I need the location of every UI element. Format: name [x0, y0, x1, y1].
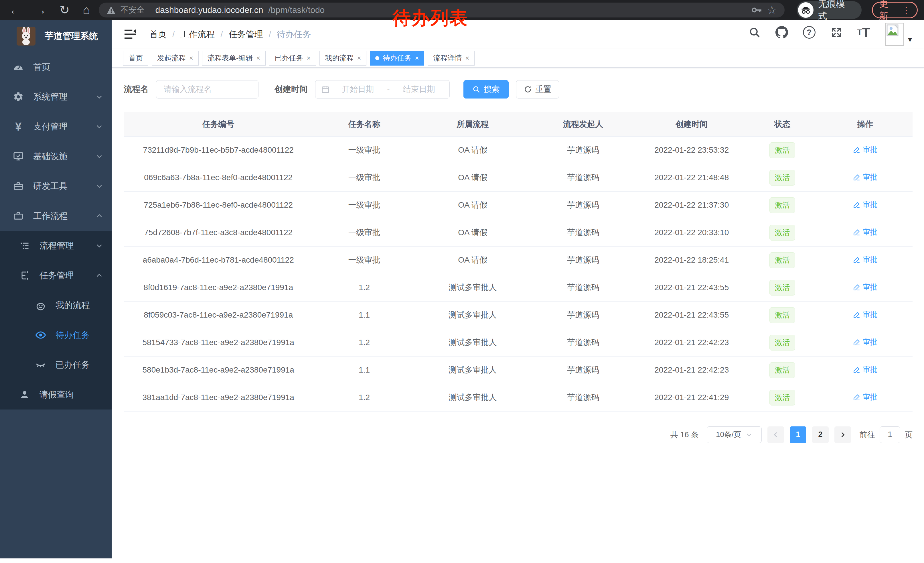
bookmark-star-icon[interactable]: ☆: [767, 4, 777, 17]
github-icon[interactable]: [776, 23, 788, 42]
approve-link[interactable]: 审批: [853, 309, 878, 320]
cell-status: 激活: [747, 274, 818, 301]
caret-down-icon[interactable]: ▾: [908, 35, 912, 46]
avatar-broken-image: [885, 23, 904, 46]
browser-update-button[interactable]: 更新 ⋮: [872, 2, 918, 18]
approve-link[interactable]: 审批: [853, 337, 878, 347]
sidebar-item-label: 我的流程: [56, 300, 90, 311]
fullscreen-icon[interactable]: [830, 23, 842, 42]
password-key-icon[interactable]: [752, 7, 762, 13]
approve-link[interactable]: 审批: [853, 365, 878, 375]
browser-menu-icon[interactable]: ⋮: [902, 5, 910, 15]
logo-rabbit-image: [16, 27, 36, 45]
security-label[interactable]: 不安全: [120, 5, 144, 15]
tab-my-process[interactable]: 我的流程×: [320, 51, 366, 66]
cell-task-name: 1.2: [313, 274, 416, 301]
page-1-button[interactable]: 1: [790, 426, 806, 443]
close-icon[interactable]: ×: [415, 54, 419, 62]
start-date-input[interactable]: [330, 85, 386, 94]
tab-done-tasks[interactable]: 已办任务×: [269, 51, 316, 66]
chevron-down-icon: [96, 182, 103, 190]
sidebar-item-home[interactable]: 首页: [0, 52, 112, 82]
close-icon[interactable]: ×: [357, 54, 361, 62]
sidebar-item-infra[interactable]: 基础设施: [0, 141, 112, 171]
cell-task-name: 一级审批: [313, 246, 416, 274]
end-date-input[interactable]: [391, 85, 447, 94]
close-icon[interactable]: ×: [256, 54, 260, 62]
url-path: /bpm/task/todo: [268, 5, 325, 15]
sidebar-item-done-tasks[interactable]: 已办任务: [0, 350, 112, 380]
user-avatar[interactable]: ▾: [885, 23, 912, 46]
app-logo[interactable]: 芋道管理系统: [0, 20, 112, 52]
cell-task-name: 一级审批: [313, 191, 416, 219]
search-icon[interactable]: [748, 23, 760, 42]
sidebar-item-todo-tasks[interactable]: 待办任务: [0, 320, 112, 350]
sidebar-item-task-mgmt[interactable]: 任务管理: [0, 261, 112, 290]
breadcrumb-task-mgmt[interactable]: 任务管理: [229, 29, 263, 41]
cell-starter: 芋道源码: [530, 329, 636, 356]
cell-create-time: 2022-01-21 22:43:55: [636, 274, 747, 301]
cell-task-id: 8f059c03-7ac8-11ec-a9e2-a2380e71991a: [124, 301, 313, 329]
close-icon[interactable]: ×: [465, 54, 469, 62]
sidebar-item-devtools[interactable]: 研发工具: [0, 171, 112, 201]
cell-actions: 审批: [818, 301, 912, 329]
forward-icon[interactable]: →: [34, 4, 46, 16]
tab-process-detail[interactable]: 流程详情×: [428, 51, 475, 66]
approve-link[interactable]: 审批: [853, 255, 878, 264]
cell-task-id: a6aba0a4-7b6d-11ec-b781-acde48001122: [124, 246, 313, 274]
edit-pencil-icon: [853, 201, 861, 209]
cell-create-time: 2022-01-21 22:43:55: [636, 301, 747, 329]
reset-button[interactable]: 重置: [516, 80, 559, 99]
tab-home[interactable]: 首页: [123, 51, 148, 66]
approve-link[interactable]: 审批: [853, 200, 878, 210]
sidebar-item-my-process[interactable]: 我的流程: [0, 290, 112, 320]
sidebar-item-workflow[interactable]: 工作流程: [0, 201, 112, 231]
cell-actions: 审批: [818, 274, 912, 301]
breadcrumb: 首页 / 工作流程 / 任务管理 / 待办任务: [149, 29, 311, 41]
cell-create-time: 2022-01-22 21:37:30: [636, 191, 747, 219]
sidebar-collapse-icon[interactable]: [124, 29, 137, 40]
refresh-icon: [524, 86, 532, 93]
help-icon[interactable]: ?: [803, 23, 816, 42]
sidebar-item-process-mgmt[interactable]: 流程管理: [0, 231, 112, 261]
sidebar-item-leave-query[interactable]: 请假查询: [0, 380, 112, 410]
back-icon[interactable]: ←: [9, 4, 21, 16]
approve-link[interactable]: 审批: [853, 172, 878, 182]
page-size-select[interactable]: 10条/页: [707, 426, 762, 443]
date-range-picker[interactable]: -: [315, 80, 450, 99]
approve-link[interactable]: 审批: [853, 227, 878, 237]
cell-task-name: 1.2: [313, 384, 416, 411]
prev-page-button[interactable]: [767, 426, 784, 443]
approve-link[interactable]: 审批: [853, 145, 878, 155]
cell-process: OA 请假: [416, 164, 530, 191]
close-icon[interactable]: ×: [307, 54, 310, 62]
home-icon[interactable]: ⌂: [83, 4, 90, 16]
breadcrumb-home[interactable]: 首页: [149, 29, 166, 41]
approve-link[interactable]: 审批: [853, 392, 878, 402]
tab-todo-tasks[interactable]: 待办任务×: [370, 51, 424, 66]
cell-process: 测试多审批人: [416, 356, 530, 384]
status-badge: 激活: [770, 280, 795, 296]
url-host[interactable]: dashboard.yudao.iocoder.cn: [155, 5, 263, 15]
sidebar: 芋道管理系统 首页 系统管理 ¥ 支付管理 基础设施: [0, 20, 112, 558]
breadcrumb-workflow[interactable]: 工作流程: [180, 29, 214, 41]
sidebar-item-system[interactable]: 系统管理: [0, 82, 112, 112]
next-page-button[interactable]: [834, 426, 851, 443]
tab-process-form-edit[interactable]: 流程表单-编辑×: [202, 51, 266, 66]
cell-task-id: 725a1eb6-7b88-11ec-8ef0-acde48001122: [124, 191, 313, 219]
goto-page-input[interactable]: [880, 426, 900, 443]
approve-link[interactable]: 审批: [853, 282, 878, 292]
search-button[interactable]: 搜索: [464, 80, 508, 99]
tab-start-process[interactable]: 发起流程×: [152, 51, 199, 66]
font-size-icon[interactable]: TT: [857, 23, 870, 42]
tags-view-bar: 首页 发起流程× 流程表单-编辑× 已办任务× 我的流程× 待办任务× 流程详情…: [112, 49, 924, 68]
cell-task-id: 8f0d1619-7ac8-11ec-a9e2-a2380e71991a: [124, 274, 313, 301]
process-name-input[interactable]: [156, 80, 258, 99]
edit-pencil-icon: [853, 146, 861, 153]
sidebar-item-payment[interactable]: ¥ 支付管理: [0, 112, 112, 141]
table-row: 069c6a63-7b8a-11ec-8ef0-acde48001122 一级审…: [124, 164, 912, 191]
reload-icon[interactable]: ↻: [60, 4, 69, 16]
page-2-button[interactable]: 2: [812, 426, 829, 443]
close-icon[interactable]: ×: [189, 54, 193, 62]
cell-create-time: 2022-01-21 22:42:23: [636, 356, 747, 384]
